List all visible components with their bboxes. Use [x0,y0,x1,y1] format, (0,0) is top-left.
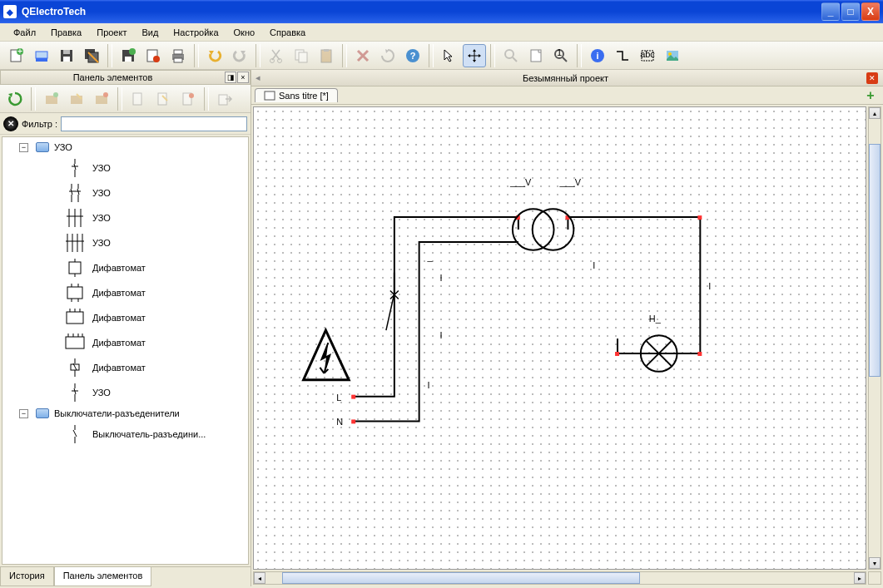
tree-item[interactable]: УЗО [2,156,248,180]
project-close-button[interactable]: ✕ [866,72,878,84]
delete-element-button[interactable] [176,87,200,111]
tree-item-label: УЗО [92,163,111,173]
menu-project[interactable]: Проект [90,26,133,39]
delete-folder-button[interactable] [90,87,113,111]
cut-button[interactable] [265,44,288,67]
delete-button[interactable] [351,44,375,67]
frame-button[interactable]: abc [636,44,659,67]
open-button[interactable] [30,44,53,67]
filter-row: ✕ Фильтр : [0,113,251,135]
clear-filter-icon[interactable]: ✕ [3,116,18,131]
expander-icon[interactable]: − [19,409,28,418]
tab-elements[interactable]: Панель элементов [54,567,152,586]
menu-file[interactable]: Файл [7,26,42,39]
zoom-button[interactable] [499,44,523,67]
svg-text:I: I [593,260,595,270]
tree-item-label: УЗО [92,238,111,248]
page-button[interactable] [524,44,548,67]
sheet-tab[interactable]: Sans titre [*] [255,88,338,102]
menu-settings[interactable]: Настройка [166,26,225,39]
scroll-thumb[interactable] [869,144,881,377]
zoom-fit-button[interactable]: 1 [549,44,573,67]
filter-input[interactable] [61,116,247,131]
tree-item[interactable]: Дифавтомат [2,355,248,380]
new-element-button[interactable] [126,87,150,111]
rotate-button[interactable] [376,44,399,67]
help-button[interactable]: ? [401,44,424,67]
svg-point-40 [103,92,108,97]
edit-folder-button[interactable] [65,87,88,111]
tree-item[interactable]: УЗО [2,180,248,205]
menu-window[interactable]: Окно [227,26,262,39]
close-button[interactable]: X [861,2,880,21]
element-symbol-icon [62,307,87,329]
undo-button[interactable] [203,44,226,67]
element-symbol-icon [62,382,87,403]
info-button[interactable]: i [586,44,609,67]
maximize-button[interactable]: □ [841,2,860,21]
new-folder-button[interactable] [40,87,63,111]
save-as-button[interactable] [117,44,140,67]
scroll-thumb[interactable] [282,572,640,584]
panel-float-button[interactable]: ◨ [225,72,236,83]
svg-rect-49 [66,337,84,348]
redo-button[interactable] [228,44,251,67]
tree-item[interactable]: Дифавтомат [2,255,248,280]
tree-item-label: УЗО [92,188,111,198]
paste-button[interactable] [315,44,338,67]
image-button[interactable] [661,44,684,67]
tab-scroll-left-icon[interactable]: ◂ [251,72,265,83]
menubar: Файл Правка Проект Вид Настройка Окно Сп… [0,23,883,42]
move-tool[interactable] [463,44,486,67]
svg-rect-48 [67,312,83,324]
save-button[interactable] [55,44,78,67]
pointer-tool[interactable] [438,44,461,67]
scroll-up-button[interactable]: ▴ [869,107,881,119]
element-symbol-icon [62,157,87,179]
svg-point-14 [153,56,160,62]
folder-label: Выключатели-разъеденители [54,408,180,418]
print-button[interactable] [166,44,190,67]
save-all-button[interactable] [80,44,103,67]
add-sheet-button[interactable]: + [863,88,878,103]
scroll-right-button[interactable]: ▸ [854,572,866,584]
sheet-icon [264,91,275,101]
tree-item[interactable]: Дифавтомат [2,280,248,305]
tree-item[interactable]: Дифавтомат [2,305,248,330]
menu-help[interactable]: Справка [263,26,312,39]
wire-button[interactable] [611,44,634,67]
svg-rect-58 [697,352,702,356]
tree-item-label: УЗО [92,213,111,223]
panel-close-button[interactable]: × [237,72,249,83]
canvas[interactable]: L N ___V___V H_ _ I I I I I [253,106,866,570]
tree-item[interactable]: УЗО [2,205,248,230]
horizontal-scrollbar[interactable]: ◂ ▸ [253,571,866,585]
scroll-left-button[interactable]: ◂ [254,572,265,584]
menu-view[interactable]: Вид [135,26,165,39]
menu-edit[interactable]: Правка [44,26,88,39]
project-tab-title[interactable]: Безымянный проект [265,73,866,83]
svg-rect-46 [69,262,81,274]
copy-button[interactable] [290,44,313,67]
new-project-button[interactable]: + [5,44,28,67]
svg-rect-53 [351,419,355,423]
tree-folder-uzo[interactable]: − УЗО [2,139,248,156]
svg-point-37 [53,92,58,97]
export-button[interactable] [213,87,236,111]
scroll-down-button[interactable]: ▾ [869,557,881,569]
tree-item[interactable]: УЗО [2,230,248,255]
tree-item[interactable]: УЗО [2,380,248,405]
svg-rect-56 [697,215,702,220]
tab-history[interactable]: История [0,567,54,586]
tree-folder-switches[interactable]: − Выключатели-разъеденители [2,405,248,422]
tree-item[interactable]: Выключатель-разъедини... [2,422,248,447]
edit-element-button[interactable] [151,87,175,111]
expander-icon[interactable]: − [19,143,28,152]
reload-button[interactable] [3,87,27,111]
elements-tree[interactable]: − УЗО УЗОУЗОУЗОУЗОДифавтоматДифавтоматДи… [2,136,249,565]
revert-button[interactable] [141,44,165,67]
tree-item[interactable]: Дифавтомат [2,330,248,355]
vertical-scrollbar[interactable]: ▴ ▾ [868,106,881,570]
minimize-button[interactable]: _ [821,2,840,21]
element-symbol-icon [62,257,87,279]
